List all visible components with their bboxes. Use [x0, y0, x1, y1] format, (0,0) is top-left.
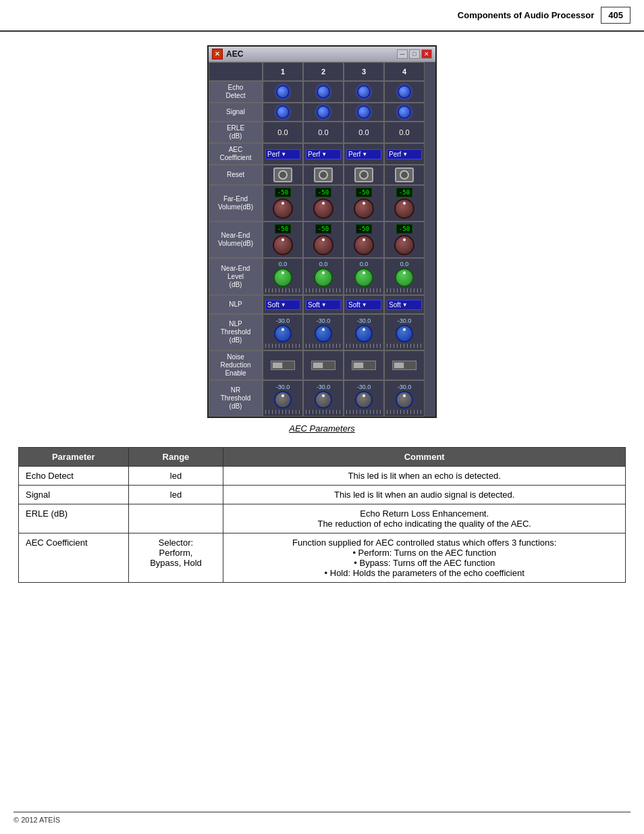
nearend-vol-knob-1[interactable] [273, 235, 293, 255]
farend-vol-knob-1[interactable] [273, 199, 293, 219]
nr-enable-2[interactable] [303, 350, 344, 380]
nearend-vol-4[interactable]: -50 [384, 221, 425, 258]
nearend-vol-2[interactable]: -50 [303, 221, 344, 258]
echo-detect-2[interactable] [303, 81, 344, 103]
nearend-level-1[interactable]: 0.0 [263, 258, 303, 295]
nr-thresh-2[interactable]: -30.0 [303, 380, 344, 417]
nearend-vol-knob-4[interactable] [394, 235, 414, 255]
nlp-2[interactable]: Soft▼ [303, 295, 344, 314]
signal-1[interactable] [263, 103, 303, 122]
nearend-level-4[interactable]: 0.0 [384, 258, 425, 295]
page-header: Components of Audio Processor 405 [0, 0, 644, 32]
signal-4[interactable] [384, 103, 425, 122]
page-number: 405 [601, 7, 630, 24]
farend-vol-2[interactable]: -50 [303, 185, 344, 221]
nlp-thresh-knob-4[interactable] [396, 325, 413, 342]
nearend-vol-1[interactable]: -50 [263, 221, 303, 258]
nlp-thresh-2[interactable]: -30.0 [303, 314, 344, 350]
close-button[interactable]: ✕ [421, 49, 432, 59]
aec-coeff-selector-4[interactable]: Perf▼ [387, 149, 422, 159]
aec-coeff-2[interactable]: Perf▼ [303, 143, 344, 165]
echo-detect-1[interactable] [263, 81, 303, 103]
aec-coeff-1[interactable]: Perf▼ [263, 143, 303, 165]
reset-btn-1[interactable] [273, 167, 292, 182]
minimize-button[interactable]: ─ [397, 49, 408, 59]
aec-coeff-selector-3[interactable]: Perf▼ [346, 149, 381, 159]
nr-thresh-knob-3[interactable] [355, 391, 373, 409]
nr-toggle-1[interactable] [271, 361, 295, 370]
farend-vol-3[interactable]: -50 [344, 185, 384, 221]
farend-vol-value-2: -50 [315, 188, 331, 197]
farend-vol-1[interactable]: -50 [263, 185, 303, 221]
maximize-button[interactable]: □ [409, 49, 420, 59]
nr-thresh-knob-2[interactable] [315, 391, 332, 409]
signal-2[interactable] [303, 103, 344, 122]
echo-detect-3[interactable] [344, 81, 384, 103]
nr-thresh-4[interactable]: -30.0 [384, 380, 425, 417]
echo-detect-4[interactable] [384, 81, 425, 103]
nearend-level-2[interactable]: 0.0 [303, 258, 344, 295]
nearend-level-knob-2[interactable] [314, 268, 333, 287]
nearend-vol-knob-2[interactable] [313, 235, 333, 255]
nr-enable-3[interactable] [344, 350, 384, 380]
farend-vol-knob-2[interactable] [313, 199, 333, 219]
nlp-selector-3[interactable]: Soft▼ [346, 300, 381, 310]
nr-toggle-4[interactable] [392, 361, 417, 370]
nr-thresh-1[interactable]: -30.0 [263, 380, 303, 417]
reset-3[interactable] [344, 165, 384, 185]
aec-coeff-3[interactable]: Perf▼ [344, 143, 384, 165]
nr-enable-1[interactable] [263, 350, 303, 380]
nr-thresh-knob-4[interactable] [396, 391, 413, 409]
table-header-range: Range [128, 448, 223, 467]
reset-btn-3[interactable] [354, 167, 373, 182]
aec-coeff-selector-2[interactable]: Perf▼ [306, 149, 341, 159]
led-signal-4 [398, 105, 411, 119]
farend-vol-knob-3[interactable] [354, 199, 374, 219]
reset-2[interactable] [303, 165, 344, 185]
nearend-level-3[interactable]: 0.0 [344, 258, 384, 295]
nearend-level-knob-1[interactable] [273, 268, 292, 287]
nr-thresh-knob-1[interactable] [274, 391, 292, 409]
farend-vol-4[interactable]: -50 [384, 185, 425, 221]
aec-coeff-4[interactable]: Perf▼ [384, 143, 425, 165]
nr-thresh-3[interactable]: -30.0 [344, 380, 384, 417]
nlp-4[interactable]: Soft▼ [384, 295, 425, 314]
nlp-1[interactable]: Soft▼ [263, 295, 303, 314]
nlp-thresh-value-3: -30.0 [357, 317, 371, 324]
nearend-level-knob-4[interactable] [395, 268, 414, 287]
aec-coeff-selector-1[interactable]: Perf▼ [265, 149, 300, 159]
param-signal: Signal [19, 486, 129, 504]
nlp-thresh-4[interactable]: -30.0 [384, 314, 425, 350]
reset-4[interactable] [384, 165, 425, 185]
nearend-vol-3[interactable]: -50 [344, 221, 384, 258]
nearend-vol-knob-3[interactable] [354, 235, 374, 255]
farend-vol-knob-4[interactable] [394, 199, 414, 219]
reset-1[interactable] [263, 165, 303, 185]
nlp-thresh-scale-2 [306, 344, 341, 348]
nlp-thresh-knob-3[interactable] [355, 325, 373, 342]
nlp-thresh-3[interactable]: -30.0 [344, 314, 384, 350]
signal-3[interactable] [344, 103, 384, 122]
nearend-level-knob-3[interactable] [354, 268, 373, 287]
reset-btn-2[interactable] [314, 167, 333, 182]
farend-vol-value-4: -50 [396, 188, 412, 197]
nlp-selector-2[interactable]: Soft▼ [306, 300, 341, 310]
row-label-nearend-level: Near-EndLevel(dB) [209, 258, 263, 295]
nlp-selector-1[interactable]: Soft▼ [265, 300, 300, 310]
nlp-thresh-knob-container-4: -30.0 [386, 317, 423, 348]
nlp-thresh-knob-1[interactable] [274, 325, 292, 342]
nr-thresh-scale-3 [346, 410, 381, 414]
nr-thresh-knob-container-2: -30.0 [305, 384, 342, 414]
nr-toggle-3[interactable] [352, 361, 376, 370]
nlp-thresh-knob-2[interactable] [315, 325, 332, 342]
erle-4: 0.0 [384, 122, 425, 143]
nlp-selector-4[interactable]: Soft▼ [387, 300, 422, 310]
reset-btn-4[interactable] [395, 167, 414, 182]
nlp-3[interactable]: Soft▼ [344, 295, 384, 314]
row-label-reset: Reset [209, 165, 263, 185]
col-header-1: 1 [263, 62, 303, 81]
nr-toggle-2[interactable] [311, 361, 336, 370]
led-echo-2 [317, 85, 330, 99]
nlp-thresh-1[interactable]: -30.0 [263, 314, 303, 350]
nr-enable-4[interactable] [384, 350, 425, 380]
